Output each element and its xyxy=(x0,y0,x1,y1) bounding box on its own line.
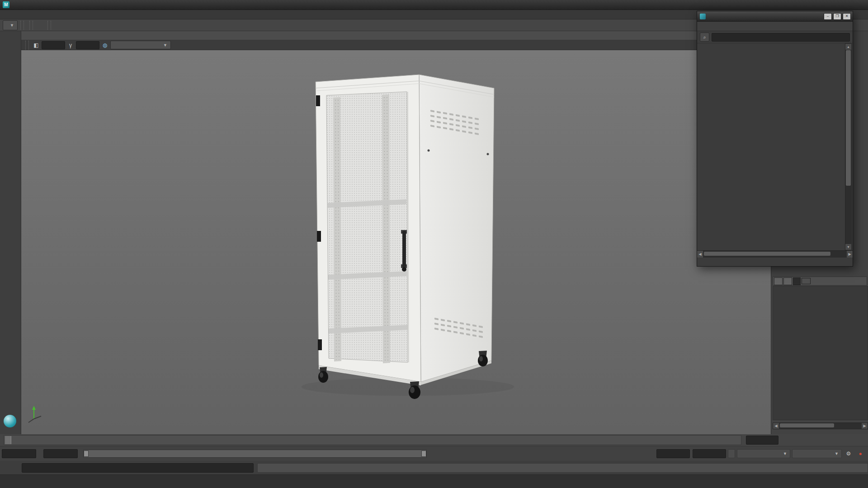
current-frame-field[interactable] xyxy=(746,436,778,445)
chevron-down-icon: ▼ xyxy=(835,451,839,456)
command-line-output[interactable] xyxy=(257,463,868,473)
exposure-field[interactable] xyxy=(42,41,65,49)
outliner-titlebar[interactable]: – ❐ ✕ xyxy=(697,11,853,22)
rack-cabinet-model[interactable] xyxy=(302,75,514,399)
maximize-button[interactable]: ❐ xyxy=(833,13,841,20)
current-time-marker[interactable] xyxy=(5,436,11,444)
divider xyxy=(25,41,29,50)
outliner-window: – ❐ ✕ ⌕ ▲ ▼ ◀ ▶ xyxy=(697,11,853,267)
viewport-canvas[interactable] xyxy=(21,50,771,434)
command-line-input[interactable] xyxy=(22,463,254,473)
anim-layer-dropdown[interactable]: ▼ xyxy=(737,449,790,458)
divider xyxy=(29,21,33,30)
scrollbar-thumb[interactable] xyxy=(846,50,851,186)
minimize-button[interactable]: – xyxy=(824,13,832,20)
outliner-window-icon xyxy=(700,14,706,19)
time-slider[interactable] xyxy=(4,435,741,445)
panel-toolbar: ◧ γ ◍ ▼ xyxy=(21,40,771,50)
outliner-tree: ▲ ▼ xyxy=(697,43,853,250)
scrollbar-thumb[interactable] xyxy=(704,252,830,256)
gamma-icon[interactable]: γ xyxy=(66,41,75,50)
outliner-search-row: ⌕ xyxy=(697,31,853,43)
command-line-row xyxy=(0,461,868,474)
auto-keyframe-icon[interactable]: ● xyxy=(855,449,865,458)
playback-end-field[interactable] xyxy=(656,449,690,458)
chevron-down-icon: ▼ xyxy=(10,23,14,28)
nav-ball-icon[interactable] xyxy=(4,415,16,427)
view-transform-dropdown[interactable]: ▼ xyxy=(110,41,171,49)
animation-preferences-icon[interactable]: ⚙ xyxy=(844,449,854,458)
viewport-panel[interactable] xyxy=(21,50,771,434)
dock-horizontal-scrollbar[interactable]: ◀ ▶ xyxy=(773,422,868,429)
scroll-up-icon[interactable]: ▲ xyxy=(845,44,851,50)
chevron-down-icon: ▼ xyxy=(163,43,167,47)
help-line xyxy=(0,474,868,488)
menu-set-selector[interactable]: ▼ xyxy=(3,20,18,30)
scroll-right-icon[interactable]: ▶ xyxy=(847,251,853,258)
animation-end-field[interactable] xyxy=(693,449,726,458)
layer-list-area[interactable] xyxy=(773,286,868,420)
outliner-menubar xyxy=(697,22,853,31)
panel-menubar xyxy=(21,31,771,40)
range-slider-row: ▼ ▼ ⚙ ● xyxy=(0,446,868,461)
range-start-handle[interactable] xyxy=(84,450,89,457)
playback-start-field[interactable] xyxy=(43,449,78,458)
exposure-icon[interactable]: ◧ xyxy=(31,41,41,50)
layer-playback-toggle[interactable] xyxy=(783,277,792,285)
maya-window: M ▼ xyxy=(0,0,868,488)
gamma-field[interactable] xyxy=(76,41,99,49)
time-slider-row xyxy=(0,434,868,446)
outliner-search-input[interactable] xyxy=(712,33,850,42)
scroll-down-icon[interactable]: ▼ xyxy=(845,244,851,250)
scrollbar-thumb[interactable] xyxy=(780,423,834,427)
scroll-left-icon[interactable]: ◀ xyxy=(697,251,703,258)
toolbox xyxy=(0,31,21,434)
range-slider[interactable] xyxy=(83,450,427,458)
outliner-vertical-scrollbar[interactable]: ▲ ▼ xyxy=(845,43,852,250)
outliner-window-controls: – ❐ ✕ xyxy=(824,13,851,20)
range-end-handle[interactable] xyxy=(421,450,426,457)
outliner-horizontal-scrollbar[interactable]: ◀ ▶ xyxy=(697,250,853,258)
scroll-right-icon[interactable]: ▶ xyxy=(862,423,868,429)
divider xyxy=(47,21,51,30)
display-layer-row[interactable] xyxy=(773,277,867,286)
color-management-icon[interactable]: ◍ xyxy=(100,41,110,50)
title-bar[interactable]: M xyxy=(0,0,868,10)
search-filter-icon[interactable]: ⌕ xyxy=(700,33,709,42)
close-button[interactable]: ✕ xyxy=(843,13,851,20)
scroll-left-icon[interactable]: ◀ xyxy=(773,423,779,429)
maya-app-icon: M xyxy=(3,1,9,8)
layer-visibility-toggle[interactable] xyxy=(774,277,783,285)
animation-start-field[interactable] xyxy=(2,449,36,458)
layer-type-box[interactable] xyxy=(793,277,801,285)
divider xyxy=(20,21,24,30)
character-set-dropdown[interactable]: ▼ xyxy=(792,449,842,458)
layer-color-swatch[interactable] xyxy=(802,278,811,284)
range-preset-dropdown[interactable] xyxy=(728,449,735,458)
chevron-down-icon: ▼ xyxy=(783,451,787,456)
